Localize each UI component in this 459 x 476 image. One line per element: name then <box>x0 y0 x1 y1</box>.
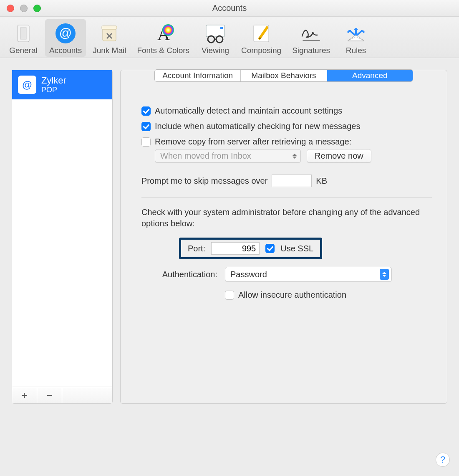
tool-general[interactable]: General <box>4 19 43 57</box>
window-titlebar: Accounts <box>0 0 459 17</box>
window-title: Accounts <box>0 3 459 13</box>
svg-text:@: @ <box>59 26 72 40</box>
tool-composing[interactable]: Composing <box>237 19 285 57</box>
junk-mail-icon <box>98 22 121 45</box>
input-port[interactable] <box>211 242 260 255</box>
popup-remove-when-value: When moved from Inbox <box>160 151 251 161</box>
add-account-button[interactable]: + <box>12 387 37 403</box>
svg-rect-9 <box>220 27 223 29</box>
tool-accounts[interactable]: @ Accounts <box>45 19 86 57</box>
accounts-sidebar: @ Zylker POP + − <box>12 70 113 404</box>
account-type: POP <box>41 86 66 94</box>
svg-rect-5 <box>102 26 117 29</box>
tool-label: Junk Mail <box>93 46 126 55</box>
row-remove-copy-options: When moved from Inbox Remove now <box>155 149 432 163</box>
row-include-check: Include when automatically checking for … <box>141 122 432 131</box>
rules-icon <box>344 22 368 45</box>
tool-viewing[interactable]: Viewing <box>196 19 235 57</box>
tool-signatures[interactable]: Signatures <box>288 19 334 57</box>
chevron-updown-icon <box>380 269 389 280</box>
account-name: Zylker <box>41 75 66 86</box>
label-remove-copy: Remove copy from server after retrieving… <box>155 137 351 147</box>
preferences-toolbar: General @ Accounts Junk Mail A <box>0 17 459 58</box>
label-use-ssl: Use SSL <box>280 244 313 253</box>
accounts-icon: @ <box>54 22 77 45</box>
advanced-form: Automatically detect and maintain accoun… <box>131 83 437 300</box>
row-allow-insecure: Allow insecure authentication <box>225 290 432 300</box>
traffic-lights <box>0 5 41 12</box>
general-icon <box>12 22 35 45</box>
sidebar-filler <box>62 387 112 403</box>
checkbox-use-ssl[interactable] <box>265 244 275 253</box>
tool-label: Fonts & Colors <box>137 46 189 55</box>
row-remove-copy: Remove copy from server after retrieving… <box>141 137 432 147</box>
label-auto-detect: Automatically detect and maintain accoun… <box>155 106 342 116</box>
tool-fonts-colors[interactable]: A Fonts & Colors <box>133 19 194 57</box>
tool-label: Accounts <box>49 46 82 55</box>
label-allow-insecure: Allow insecure authentication <box>238 290 346 300</box>
fonts-colors-icon: A <box>151 22 175 45</box>
composing-icon <box>250 22 273 45</box>
row-prompt-skip: Prompt me to skip messages over KB <box>141 175 432 187</box>
checkbox-allow-insecure[interactable] <box>225 291 234 300</box>
divider <box>141 197 432 197</box>
account-settings-panel: Account Information Mailbox Behaviors Ad… <box>120 70 447 404</box>
tab-mailbox-behaviors[interactable]: Mailbox Behaviors <box>241 70 327 81</box>
label-prompt-skip: Prompt me to skip messages over <box>141 176 267 186</box>
tool-label: General <box>9 46 38 55</box>
popup-authentication[interactable]: Password <box>225 267 392 282</box>
label-units: KB <box>316 176 327 186</box>
admin-note: Check with your system administrator bef… <box>141 207 432 229</box>
help-button[interactable]: ? <box>436 453 450 467</box>
row-authentication: Authentication: Password <box>141 267 432 282</box>
popup-authentication-value: Password <box>230 270 267 279</box>
tool-rules[interactable]: Rules <box>337 19 375 57</box>
tool-label: Signatures <box>292 46 330 55</box>
tool-label: Rules <box>346 46 366 55</box>
tab-advanced[interactable]: Advanced <box>327 70 413 81</box>
popup-remove-when[interactable]: When moved from Inbox <box>155 149 301 163</box>
account-item-zylker[interactable]: @ Zylker POP <box>12 70 112 99</box>
at-icon: @ <box>18 76 36 94</box>
viewing-icon <box>204 22 227 45</box>
label-include-check: Include when automatically checking for … <box>155 122 360 131</box>
tabs-segmented: Account Information Mailbox Behaviors Ad… <box>154 69 413 82</box>
checkbox-auto-detect[interactable] <box>141 106 151 116</box>
checkbox-remove-copy[interactable] <box>141 137 151 147</box>
svg-rect-4 <box>103 28 116 41</box>
checkbox-include-check[interactable] <box>141 122 151 131</box>
zoom-icon[interactable] <box>33 5 41 12</box>
svg-rect-1 <box>20 28 26 39</box>
tool-label: Composing <box>241 46 281 55</box>
row-auto-detect: Automatically detect and maintain accoun… <box>141 106 432 116</box>
tool-junk-mail[interactable]: Junk Mail <box>88 19 130 57</box>
tool-label: Viewing <box>202 46 229 55</box>
close-icon[interactable] <box>7 5 14 12</box>
row-port-ssl: Port: Use SSL <box>179 238 432 259</box>
signatures-icon <box>300 22 323 45</box>
label-authentication: Authentication: <box>141 270 221 279</box>
sidebar-controls: + − <box>12 387 112 403</box>
minimize-icon[interactable] <box>20 5 28 12</box>
port-ssl-highlight: Port: Use SSL <box>179 238 322 259</box>
svg-point-7 <box>162 24 174 36</box>
account-text: Zylker POP <box>41 75 66 94</box>
label-port: Port: <box>188 244 205 253</box>
input-skip-size[interactable] <box>272 175 312 187</box>
remove-now-button[interactable]: Remove now <box>307 149 371 163</box>
chevron-updown-icon <box>291 152 298 160</box>
accounts-list: @ Zylker POP <box>12 70 112 387</box>
remove-account-button[interactable]: − <box>37 387 62 403</box>
tab-account-information[interactable]: Account Information <box>155 70 241 81</box>
